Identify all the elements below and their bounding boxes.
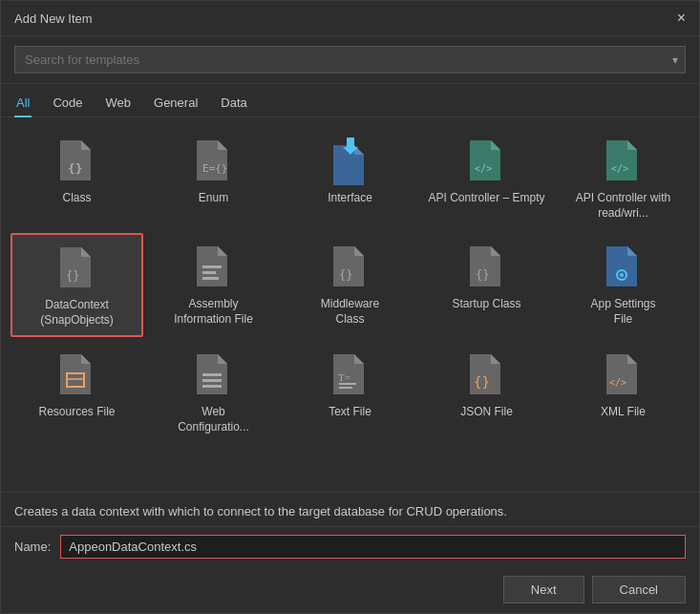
svg-rect-22 [202,277,219,280]
app-settings-file-icon [606,246,641,288]
item-api-controller-read[interactable]: </> API Controller with read/wri... [557,127,689,229]
json-file-label: JSON File [460,405,513,420]
interface-label: Interface [328,191,372,206]
svg-marker-43 [354,354,364,364]
text-file-icon: T= [333,354,368,396]
item-enum[interactable]: E={} Enum [147,127,280,229]
tab-web[interactable]: Web [104,90,134,117]
search-bar: ▾ [1,36,699,84]
resources-label: Resources File [38,405,115,420]
close-button[interactable]: × [677,11,686,26]
enum-file-icon: E={} [197,140,231,182]
item-class[interactable]: {} Class [11,127,143,229]
class-icon-area: {} [56,138,98,185]
svg-marker-1 [81,140,91,150]
svg-point-32 [620,273,624,277]
item-app-settings[interactable]: App SettingsFile [557,233,689,337]
svg-marker-13 [627,140,637,150]
item-web-config[interactable]: WebConfiguratio... [147,341,280,443]
api-controller-empty-icon-area: </> [466,138,508,185]
enum-label: Enum [199,191,228,206]
assembly-info-label: AssemblyInformation File [174,297,253,327]
cancel-button[interactable]: Cancel [592,576,686,603]
api-controller-read-icon-area: </> [603,138,645,185]
item-text-file[interactable]: T= Text File [284,341,416,443]
interface-file-icon [333,138,368,185]
assembly-file-icon [197,246,231,288]
item-middleware[interactable]: {} MiddlewareClass [284,233,416,337]
svg-text:{}: {} [66,269,79,283]
json-file-icon-area: {} [466,351,508,399]
resources-file-icon [60,354,95,396]
item-xml-file[interactable]: </> XML File [557,341,689,443]
svg-marker-34 [81,354,91,364]
api-empty-file-icon: </> [470,140,504,182]
svg-marker-27 [491,246,500,256]
svg-text:E={}: E={} [202,162,228,175]
api-controller-empty-label: API Controller – Empty [428,191,544,206]
item-resources[interactable]: Resources File [11,341,143,443]
search-input[interactable] [14,46,686,74]
svg-marker-10 [491,140,500,150]
name-input[interactable] [60,535,686,559]
tab-all[interactable]: All [14,90,32,117]
svg-rect-39 [202,373,222,376]
text-file-label: Text File [329,405,371,420]
item-assembly-info[interactable]: AssemblyInformation File [147,233,280,337]
svg-text:</>: </> [609,377,626,388]
app-settings-icon-area [603,243,645,291]
svg-text:</>: </> [475,163,492,174]
item-interface[interactable]: Interface [284,127,416,229]
next-button[interactable]: Next [503,576,584,603]
svg-rect-45 [339,383,356,385]
datacontext-icon-area: {} [56,244,98,292]
web-config-label: WebConfiguratio... [178,405,249,434]
svg-text:{}: {} [68,161,83,176]
class-label: Class [62,191,91,206]
svg-rect-46 [339,387,352,389]
xml-file-icon-area: </> [603,351,645,399]
dialog-title: Add New Item [14,11,93,26]
text-file-icon-area: T= [329,351,371,399]
tabs-bar: All Code Web General Data [1,84,699,117]
json-file-icon: {} [470,354,504,396]
item-datacontext[interactable]: {} DataContext(SnapObjects) [11,233,143,337]
tab-data[interactable]: Data [219,90,248,117]
tab-code[interactable]: Code [51,90,84,117]
svg-marker-19 [218,246,227,256]
svg-marker-51 [627,354,637,364]
api-controller-read-label: API Controller with read/wri... [563,191,683,221]
item-startup[interactable]: {} Startup Class [420,233,553,337]
assembly-info-icon-area [193,243,235,291]
middleware-icon-area: {} [329,243,371,291]
svg-marker-48 [491,354,500,364]
app-settings-label: App SettingsFile [590,297,655,327]
search-input-wrap: ▾ [14,46,686,74]
svg-marker-24 [354,246,364,256]
add-new-item-dialog: Add New Item × ▾ All Code Web General Da… [0,0,700,614]
xml-file-icon: </> [606,354,641,396]
resources-icon-area [56,351,98,399]
tab-general[interactable]: General [152,90,200,117]
xml-file-label: XML File [601,405,646,420]
svg-text:{}: {} [339,268,352,282]
description-area: Creates a data context with which to con… [1,492,699,526]
item-json-file[interactable]: {} JSON File [420,341,553,443]
datacontext-label: DataContext(SnapObjects) [40,298,114,328]
svg-text:T=: T= [338,371,350,383]
startup-file-icon: {} [470,246,504,288]
svg-text:{}: {} [476,268,489,282]
api-read-file-icon: </> [606,140,641,182]
svg-rect-21 [202,271,216,274]
middleware-file-icon: {} [333,246,368,288]
title-bar: Add New Item × [1,1,699,36]
svg-rect-41 [202,385,222,388]
svg-marker-16 [81,247,91,257]
svg-text:{}: {} [474,374,490,390]
item-api-controller-empty[interactable]: </> API Controller – Empty [420,127,553,229]
svg-marker-30 [627,246,637,256]
svg-rect-40 [202,379,222,382]
description-text: Creates a data context with which to con… [14,504,507,519]
web-config-file-icon [197,354,231,396]
content-area: {} Class E={} Enum [1,117,699,492]
